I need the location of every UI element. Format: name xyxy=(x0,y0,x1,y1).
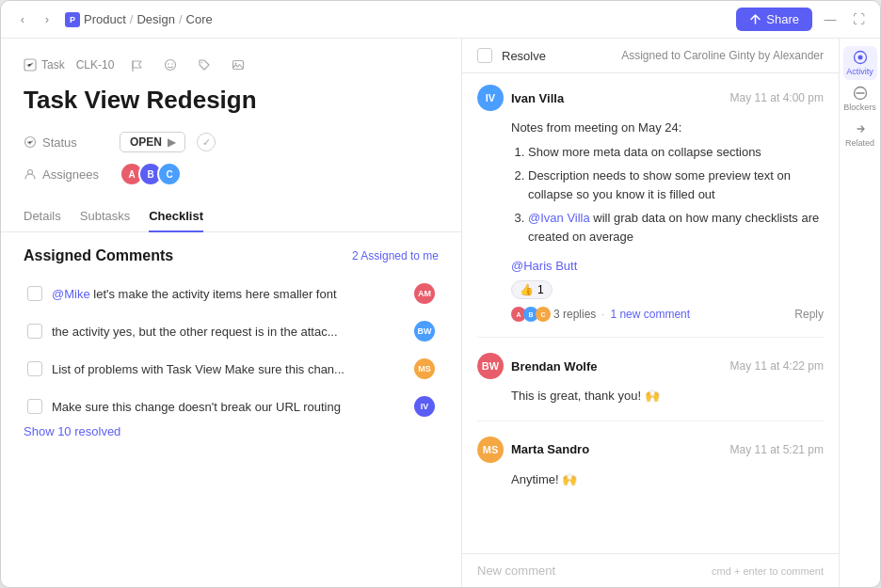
new-comment-link[interactable]: 1 new comment xyxy=(610,308,690,321)
sidebar-activity-label: Activity xyxy=(846,67,873,76)
list-item: List of problems with Task View Make sur… xyxy=(24,353,439,385)
flag-button[interactable] xyxy=(125,54,148,76)
comment: MS Marta Sandro May 11 at 5:21 pm Anytim… xyxy=(477,437,824,489)
reply-avatar: C xyxy=(536,307,551,322)
status-field-label: Status xyxy=(24,135,108,150)
app-logo: P xyxy=(65,12,80,27)
comment-time: May 11 at 5:21 pm xyxy=(730,443,824,456)
blockers-icon xyxy=(853,86,868,101)
tag-icon xyxy=(198,58,211,72)
tabs: Details Subtasks Checklist xyxy=(1,201,461,232)
list-item: Make sure this change doesn't break our … xyxy=(24,390,439,422)
activity-area: Resolve Assigned to Caroline Ginty by Al… xyxy=(462,39,839,587)
right-panel: Resolve Assigned to Caroline Ginty by Al… xyxy=(462,39,880,587)
sidebar-blockers-button[interactable]: Blockers xyxy=(843,82,877,116)
list-item: @Mike let's make the activity items here… xyxy=(24,278,439,310)
nav-forward-button[interactable]: › xyxy=(37,9,57,30)
svg-point-3 xyxy=(168,63,170,65)
checklist-items: @Mike let's make the activity items here… xyxy=(24,278,439,422)
breadcrumb-design[interactable]: Design xyxy=(136,12,174,26)
comment: BW Brendan Wolfe May 11 at 4:22 pm This … xyxy=(477,353,824,405)
right-sidebar: Activity Blockers Related xyxy=(839,39,880,587)
task-meta-bar: Task CLK-10 xyxy=(24,54,439,76)
resolve-checkbox[interactable] xyxy=(477,48,492,63)
comment-body: Notes from meeting on May 24: Show more … xyxy=(511,119,824,251)
checklist-content: Assigned Comments 2 Assigned to me @Mike… xyxy=(1,232,461,587)
share-button[interactable]: Share xyxy=(736,8,812,31)
task-id: CLK-10 xyxy=(76,58,115,72)
breadcrumb-core[interactable]: Core xyxy=(186,12,213,26)
status-badge[interactable]: OPEN ▶ xyxy=(120,132,185,152)
comment-reactions: 👍 1 xyxy=(511,280,824,299)
comment-text: Anytime! 🙌 xyxy=(511,472,577,486)
status-check-button[interactable]: ✓ xyxy=(197,133,216,151)
show-resolved-link[interactable]: Show 10 resolved xyxy=(24,424,120,438)
comment-divider xyxy=(477,421,824,421)
comment-author: Brendan Wolfe xyxy=(511,359,598,373)
checklist-section-header: Assigned Comments 2 Assigned to me xyxy=(24,247,439,264)
checklist-item-text: Make sure this change doesn't break our … xyxy=(52,400,405,414)
comment-avatar: BW xyxy=(477,353,504,379)
activity-icon xyxy=(853,50,868,65)
related-icon xyxy=(853,121,868,136)
list-item: Description needs to show some preview t… xyxy=(528,167,824,203)
new-comment-bar: cmd + enter to comment xyxy=(462,553,839,587)
assigned-me-badge[interactable]: 2 Assigned to me xyxy=(352,249,439,262)
checklist-section-title: Assigned Comments xyxy=(24,247,173,264)
nav-back-button[interactable]: ‹ xyxy=(12,9,33,30)
assignees-icon xyxy=(24,167,37,181)
tab-details[interactable]: Details xyxy=(24,201,61,232)
task-type-item: Task xyxy=(24,58,65,72)
tab-checklist[interactable]: Checklist xyxy=(149,201,203,232)
comment-mention-tag: @Haris Butt xyxy=(511,259,824,273)
reply-button[interactable]: Reply xyxy=(794,308,824,321)
task-header: Task CLK-10 xyxy=(1,39,461,201)
comment-header: IV Ivan Villa May 11 at 4:00 pm xyxy=(477,85,824,111)
checklist-item-text: @Mike let's make the activity items here… xyxy=(52,287,405,301)
left-panel: Task CLK-10 xyxy=(1,39,462,587)
comments-list: IV Ivan Villa May 11 at 4:00 pm Notes fr… xyxy=(462,73,839,553)
status-arrow-icon: ▶ xyxy=(168,136,175,149)
emoji-button[interactable] xyxy=(159,54,182,76)
assignees-field: Assignees A B C xyxy=(24,162,439,186)
resolve-bar: Resolve Assigned to Caroline Ginty by Al… xyxy=(462,39,839,73)
list-item: @Ivan Villa will grab data on how many c… xyxy=(528,209,824,246)
comment-divider xyxy=(477,337,824,338)
checklist-checkbox[interactable] xyxy=(27,399,42,414)
reaction-count: 1 xyxy=(537,283,544,296)
checklist-checkbox[interactable] xyxy=(27,361,42,376)
tag-button[interactable] xyxy=(193,54,216,76)
breadcrumb-product[interactable]: Product xyxy=(84,12,126,26)
tab-subtasks[interactable]: Subtasks xyxy=(80,201,130,232)
checklist-item-text: List of problems with Task View Make sur… xyxy=(52,362,405,376)
checklist-checkbox[interactable] xyxy=(27,286,42,301)
image-icon xyxy=(232,58,245,72)
comment: IV Ivan Villa May 11 at 4:00 pm Notes fr… xyxy=(477,85,824,322)
sidebar-related-button[interactable]: Related xyxy=(843,118,877,151)
svg-point-5 xyxy=(201,62,203,64)
main-content: Task CLK-10 xyxy=(1,39,880,587)
list-item: the activity yes, but the other request … xyxy=(24,315,439,347)
svg-point-7 xyxy=(235,63,237,65)
avatar[interactable]: C xyxy=(157,162,182,186)
window-expand-button[interactable]: ⛶ xyxy=(848,9,869,30)
sidebar-activity-button[interactable]: Activity xyxy=(843,46,877,80)
sidebar-blockers-label: Blockers xyxy=(843,103,876,112)
task-type-label: Task xyxy=(41,58,65,72)
image-button[interactable] xyxy=(227,54,249,76)
replies-count: 3 replies xyxy=(553,308,596,321)
comment-header: MS Marta Sandro May 11 at 5:21 pm xyxy=(477,437,824,463)
flag-icon xyxy=(131,59,143,72)
checklist-checkbox[interactable] xyxy=(27,324,42,339)
nav-buttons: ‹ › xyxy=(12,9,57,30)
new-comment-input[interactable] xyxy=(477,564,702,578)
new-comment-hint: cmd + enter to comment xyxy=(712,565,824,577)
window-minimize-button[interactable]: — xyxy=(820,9,841,30)
reaction-pill[interactable]: 👍 1 xyxy=(511,280,553,299)
resolve-assigned: Assigned to Caroline Ginty by Alexander xyxy=(621,49,824,62)
checklist-item-avatar: AM xyxy=(414,283,435,304)
reply-avatars: A B C xyxy=(511,307,548,322)
assignees-list: A B C xyxy=(120,162,176,186)
mention: @Mike xyxy=(52,287,90,301)
breadcrumb-sep-1: / xyxy=(130,12,134,26)
